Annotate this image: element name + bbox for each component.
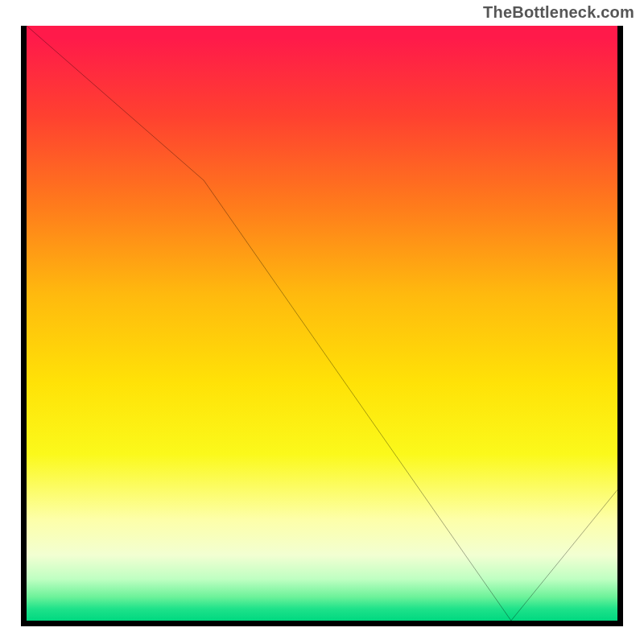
attribution-label: TheBottleneck.com [483,3,634,22]
chart-plot-area [21,26,623,626]
bottleneck-curve [27,26,617,621]
